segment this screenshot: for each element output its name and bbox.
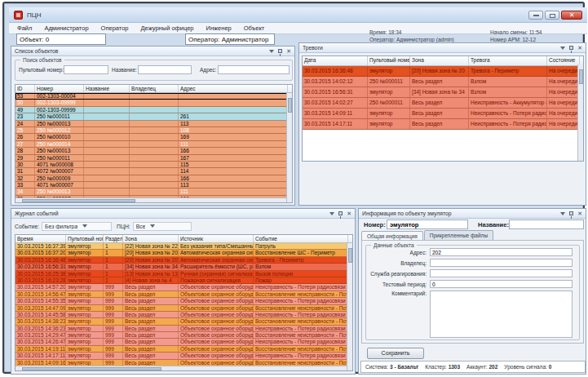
scrollbar-thumb[interactable]	[288, 98, 292, 113]
close-icon[interactable]: ✕	[577, 45, 582, 51]
chevron-down-icon[interactable]	[269, 50, 274, 53]
table-row[interactable]: 30.03.2015 14:17:11эмуляторВесь разделНе…	[303, 119, 583, 130]
scrollbar-thumb[interactable]	[22, 367, 161, 370]
pin-icon[interactable]	[569, 46, 573, 50]
search-name-input[interactable]	[138, 65, 192, 74]
menu-engineer[interactable]: Инженер	[206, 24, 232, 32]
column-header[interactable]: Зона	[410, 56, 469, 65]
table-row[interactable]: 30.03.2015 16:37:20эмулятор1[20] Новая з…	[15, 250, 352, 256]
column-header[interactable]: Раздел	[104, 235, 123, 242]
chevron-down-icon[interactable]	[560, 47, 565, 50]
table-row[interactable]: 27250 №000014111	[15, 141, 292, 148]
table-row[interactable]: 28250 №000013166	[15, 148, 292, 154]
vertical-scrollbar[interactable]	[577, 64, 583, 161]
table-row[interactable]: 30.03.2015 14:47:09эмулятор999Весь разде…	[15, 305, 352, 312]
column-header[interactable]: Состояние	[547, 56, 580, 65]
table-row[interactable]: 30.03.2015 16:25:38эмулятор1[13] Новая з…	[15, 271, 352, 277]
vertical-scrollbar[interactable]	[347, 243, 352, 370]
table-row[interactable]: 50002-1303-09999	[15, 100, 292, 106]
table-row[interactable]: 49002-1303-09999	[15, 107, 292, 113]
column-header[interactable]: Зона	[123, 235, 179, 242]
table-row[interactable]: 30.03.2015 14:57:20эмулятор999Весь разде…	[15, 284, 352, 291]
table-row[interactable]: 30.03.2015 14:19:11эмулятор999Весь разде…	[15, 346, 352, 353]
table-row[interactable]: 53002-1303-00004	[15, 93, 292, 100]
table-row[interactable]: 314072 №000007114	[15, 168, 292, 175]
close-button[interactable]: ✕	[561, 11, 582, 20]
table-row[interactable]: 29250 №000011167	[15, 155, 292, 162]
table-row[interactable]: 30.03.2015 16:36:48эмулятор1[20] Новая з…	[15, 257, 352, 264]
object-input[interactable]	[16, 33, 106, 45]
horizontal-scrollbar[interactable]	[15, 197, 286, 202]
table-row[interactable]: 30.03.2015 14:29:47эмулятор999Весь разде…	[15, 332, 352, 339]
table-row[interactable]: 30.03.2015 14:38:23эмулятор999Весь разде…	[15, 318, 352, 325]
column-header[interactable]: Дата	[303, 56, 368, 65]
pin-icon[interactable]	[569, 211, 573, 215]
operator-input[interactable]	[185, 33, 275, 45]
table-row[interactable]: 30.03.2015 14:56:47эмулятор999Весь разде…	[15, 291, 352, 298]
table-row[interactable]: 30.03.2015 14:17:11эмулятор999Весь разде…	[15, 353, 352, 359]
search-address-input[interactable]	[218, 65, 290, 74]
close-icon[interactable]: ✕	[286, 48, 291, 54]
table-row[interactable]: 30.03.2015 14:55:35эмулятор999Весь разде…	[15, 298, 352, 304]
table-row[interactable]: 30.03.2015 16:56:31эмулятор1[34] Новая з…	[15, 264, 352, 270]
column-header[interactable]: Время	[15, 235, 66, 242]
column-header[interactable]: ID	[15, 85, 35, 92]
pin-icon[interactable]	[338, 211, 343, 215]
table-row[interactable]: 30.03.2015 16:56:31эмулятор[34] Новая зо…	[303, 87, 583, 98]
close-icon[interactable]: ✕	[347, 211, 351, 216]
scrollbar-thumb[interactable]	[579, 69, 583, 84]
title-bar[interactable]: ПЦН ✕	[9, 7, 587, 23]
column-header[interactable]: Пультовый номер	[368, 56, 410, 65]
chevron-down-icon[interactable]	[329, 212, 334, 215]
object-number-input[interactable]	[387, 220, 468, 229]
column-header[interactable]: Пультовый номер	[66, 235, 104, 242]
horizontal-scrollbar[interactable]	[15, 366, 347, 370]
menu-operator[interactable]: Оператор	[101, 24, 129, 32]
owner-input[interactable]	[430, 259, 573, 267]
object-name-input[interactable]	[509, 220, 584, 229]
maximize-button[interactable]	[545, 11, 559, 20]
table-row[interactable]: 304071 №000008115	[15, 162, 292, 168]
event-filter-select[interactable]: Без фильтра	[42, 222, 112, 231]
chevron-down-icon[interactable]	[560, 212, 565, 215]
search-number-input[interactable]	[64, 65, 108, 74]
pcn-filter-select[interactable]: Все	[133, 222, 192, 231]
menu-duty-officer[interactable]: Дежурный офицер	[141, 24, 194, 32]
table-row[interactable]: 30.03.2015 16:23:28эмулятор1[4] Новая зо…	[15, 277, 352, 284]
table-row[interactable]: 34250 №000013111	[15, 188, 292, 195]
menu-administrator[interactable]: Администратор	[44, 24, 88, 32]
scrollbar-thumb[interactable]	[22, 199, 135, 202]
table-row[interactable]: 30.03.2015 14:26:47эмулятор999Весь разде…	[15, 339, 352, 345]
menu-file[interactable]: Файл	[17, 24, 32, 32]
table-row[interactable]: 26250 №000010169	[15, 134, 292, 140]
column-header[interactable]: Событие	[254, 235, 348, 242]
vertical-scrollbar[interactable]	[286, 93, 292, 202]
comment-textarea[interactable]	[430, 291, 573, 338]
menu-object[interactable]: Объект	[244, 24, 265, 32]
scrollbar-thumb[interactable]	[348, 248, 352, 263]
table-row[interactable]: 30.03.2015 16:37:39эмулятор1[22] Новая з…	[15, 243, 352, 250]
response-service-input[interactable]	[430, 269, 573, 277]
table-row[interactable]: 32250 №000009166	[15, 175, 292, 182]
column-header[interactable]: Тревога	[469, 56, 547, 65]
test-period-input[interactable]	[430, 280, 573, 288]
column-header[interactable]: Название	[84, 85, 130, 92]
table-row[interactable]: 24250 №000013113	[15, 121, 292, 127]
pin-icon[interactable]	[278, 49, 282, 53]
table-row[interactable]: 30.03.2015 16:36:48эмулятор[20] Новая зо…	[303, 66, 583, 77]
close-icon[interactable]: ✕	[577, 211, 582, 216]
table-row[interactable]: 30.03.2015 14:45:58эмулятор999Весь разде…	[15, 312, 352, 318]
table-row[interactable]: 30.03.2015 14:02:12250 №000011Весь разде…	[303, 77, 583, 87]
column-header[interactable]: Номер	[35, 85, 84, 92]
table-row[interactable]: 30.03.2015 14:09:11эмуляторВесь разделНе…	[303, 109, 583, 119]
minimize-button[interactable]	[528, 11, 543, 20]
save-button[interactable]: Сохранить	[367, 348, 424, 359]
table-row[interactable]: 334071 №000007113	[15, 182, 292, 188]
tab-attached-files[interactable]: Прикрепленные файлы	[424, 230, 493, 240]
table-row[interactable]: 23250 №000011261	[15, 113, 292, 120]
table-row[interactable]: 30.03.2015 14:02:27250 №000011Весь разде…	[303, 98, 583, 109]
column-header[interactable]: Источник	[179, 235, 254, 242]
address-input[interactable]	[430, 248, 573, 256]
column-header[interactable]: Адрес	[179, 85, 288, 92]
table-row[interactable]: 30.03.2015 14:36:23эмулятор999Весь разде…	[15, 326, 352, 332]
